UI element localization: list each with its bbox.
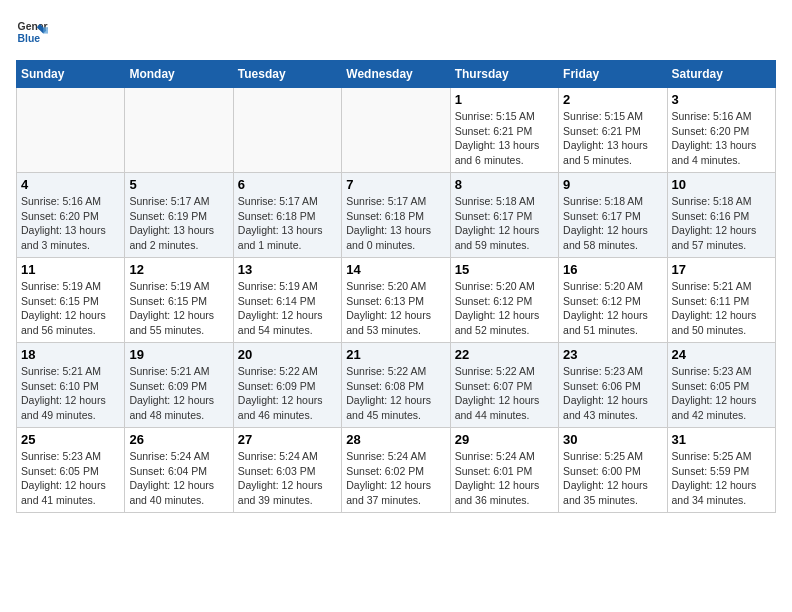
day-number: 3 — [672, 92, 771, 107]
calendar-cell — [125, 88, 233, 173]
calendar-cell: 17Sunrise: 5:21 AM Sunset: 6:11 PM Dayli… — [667, 258, 775, 343]
day-info: Sunrise: 5:21 AM Sunset: 6:09 PM Dayligh… — [129, 364, 228, 423]
day-info: Sunrise: 5:24 AM Sunset: 6:02 PM Dayligh… — [346, 449, 445, 508]
day-number: 6 — [238, 177, 337, 192]
day-number: 17 — [672, 262, 771, 277]
calendar-cell: 20Sunrise: 5:22 AM Sunset: 6:09 PM Dayli… — [233, 343, 341, 428]
day-info: Sunrise: 5:23 AM Sunset: 6:06 PM Dayligh… — [563, 364, 662, 423]
weekday-header-row: SundayMondayTuesdayWednesdayThursdayFrid… — [17, 61, 776, 88]
weekday-header-monday: Monday — [125, 61, 233, 88]
calendar-cell: 26Sunrise: 5:24 AM Sunset: 6:04 PM Dayli… — [125, 428, 233, 513]
calendar-cell: 19Sunrise: 5:21 AM Sunset: 6:09 PM Dayli… — [125, 343, 233, 428]
calendar-cell — [342, 88, 450, 173]
calendar-cell: 30Sunrise: 5:25 AM Sunset: 6:00 PM Dayli… — [559, 428, 667, 513]
calendar-cell: 28Sunrise: 5:24 AM Sunset: 6:02 PM Dayli… — [342, 428, 450, 513]
calendar-cell: 10Sunrise: 5:18 AM Sunset: 6:16 PM Dayli… — [667, 173, 775, 258]
day-info: Sunrise: 5:24 AM Sunset: 6:03 PM Dayligh… — [238, 449, 337, 508]
calendar-week-5: 25Sunrise: 5:23 AM Sunset: 6:05 PM Dayli… — [17, 428, 776, 513]
day-info: Sunrise: 5:17 AM Sunset: 6:18 PM Dayligh… — [238, 194, 337, 253]
calendar-cell: 27Sunrise: 5:24 AM Sunset: 6:03 PM Dayli… — [233, 428, 341, 513]
day-info: Sunrise: 5:24 AM Sunset: 6:04 PM Dayligh… — [129, 449, 228, 508]
calendar-cell: 16Sunrise: 5:20 AM Sunset: 6:12 PM Dayli… — [559, 258, 667, 343]
day-number: 19 — [129, 347, 228, 362]
calendar-cell: 4Sunrise: 5:16 AM Sunset: 6:20 PM Daylig… — [17, 173, 125, 258]
day-number: 15 — [455, 262, 554, 277]
day-number: 4 — [21, 177, 120, 192]
day-number: 27 — [238, 432, 337, 447]
calendar-cell: 15Sunrise: 5:20 AM Sunset: 6:12 PM Dayli… — [450, 258, 558, 343]
weekday-header-sunday: Sunday — [17, 61, 125, 88]
calendar-cell: 6Sunrise: 5:17 AM Sunset: 6:18 PM Daylig… — [233, 173, 341, 258]
calendar-cell: 13Sunrise: 5:19 AM Sunset: 6:14 PM Dayli… — [233, 258, 341, 343]
day-number: 31 — [672, 432, 771, 447]
calendar-cell: 5Sunrise: 5:17 AM Sunset: 6:19 PM Daylig… — [125, 173, 233, 258]
day-number: 9 — [563, 177, 662, 192]
day-info: Sunrise: 5:21 AM Sunset: 6:10 PM Dayligh… — [21, 364, 120, 423]
day-number: 8 — [455, 177, 554, 192]
page-header: General Blue — [16, 16, 776, 48]
calendar-cell: 21Sunrise: 5:22 AM Sunset: 6:08 PM Dayli… — [342, 343, 450, 428]
day-number: 20 — [238, 347, 337, 362]
calendar-week-4: 18Sunrise: 5:21 AM Sunset: 6:10 PM Dayli… — [17, 343, 776, 428]
day-info: Sunrise: 5:15 AM Sunset: 6:21 PM Dayligh… — [455, 109, 554, 168]
day-info: Sunrise: 5:17 AM Sunset: 6:19 PM Dayligh… — [129, 194, 228, 253]
day-number: 7 — [346, 177, 445, 192]
day-number: 14 — [346, 262, 445, 277]
day-number: 23 — [563, 347, 662, 362]
day-number: 12 — [129, 262, 228, 277]
calendar-cell: 2Sunrise: 5:15 AM Sunset: 6:21 PM Daylig… — [559, 88, 667, 173]
day-info: Sunrise: 5:22 AM Sunset: 6:08 PM Dayligh… — [346, 364, 445, 423]
weekday-header-friday: Friday — [559, 61, 667, 88]
day-number: 10 — [672, 177, 771, 192]
calendar-cell: 18Sunrise: 5:21 AM Sunset: 6:10 PM Dayli… — [17, 343, 125, 428]
calendar-table: SundayMondayTuesdayWednesdayThursdayFrid… — [16, 60, 776, 513]
weekday-header-saturday: Saturday — [667, 61, 775, 88]
calendar-cell — [233, 88, 341, 173]
day-info: Sunrise: 5:17 AM Sunset: 6:18 PM Dayligh… — [346, 194, 445, 253]
calendar-week-2: 4Sunrise: 5:16 AM Sunset: 6:20 PM Daylig… — [17, 173, 776, 258]
calendar-cell: 24Sunrise: 5:23 AM Sunset: 6:05 PM Dayli… — [667, 343, 775, 428]
day-info: Sunrise: 5:20 AM Sunset: 6:12 PM Dayligh… — [455, 279, 554, 338]
calendar-cell: 31Sunrise: 5:25 AM Sunset: 5:59 PM Dayli… — [667, 428, 775, 513]
weekday-header-tuesday: Tuesday — [233, 61, 341, 88]
calendar-week-1: 1Sunrise: 5:15 AM Sunset: 6:21 PM Daylig… — [17, 88, 776, 173]
day-number: 21 — [346, 347, 445, 362]
day-info: Sunrise: 5:23 AM Sunset: 6:05 PM Dayligh… — [672, 364, 771, 423]
day-info: Sunrise: 5:22 AM Sunset: 6:07 PM Dayligh… — [455, 364, 554, 423]
calendar-cell: 3Sunrise: 5:16 AM Sunset: 6:20 PM Daylig… — [667, 88, 775, 173]
calendar-cell: 29Sunrise: 5:24 AM Sunset: 6:01 PM Dayli… — [450, 428, 558, 513]
calendar-cell: 12Sunrise: 5:19 AM Sunset: 6:15 PM Dayli… — [125, 258, 233, 343]
day-info: Sunrise: 5:16 AM Sunset: 6:20 PM Dayligh… — [21, 194, 120, 253]
calendar-cell: 25Sunrise: 5:23 AM Sunset: 6:05 PM Dayli… — [17, 428, 125, 513]
day-number: 13 — [238, 262, 337, 277]
day-info: Sunrise: 5:20 AM Sunset: 6:12 PM Dayligh… — [563, 279, 662, 338]
day-number: 29 — [455, 432, 554, 447]
day-number: 16 — [563, 262, 662, 277]
calendar-body: 1Sunrise: 5:15 AM Sunset: 6:21 PM Daylig… — [17, 88, 776, 513]
logo-icon: General Blue — [16, 16, 48, 48]
calendar-cell: 1Sunrise: 5:15 AM Sunset: 6:21 PM Daylig… — [450, 88, 558, 173]
day-number: 28 — [346, 432, 445, 447]
day-number: 1 — [455, 92, 554, 107]
day-info: Sunrise: 5:25 AM Sunset: 6:00 PM Dayligh… — [563, 449, 662, 508]
svg-marker-3 — [43, 27, 48, 33]
calendar-cell: 14Sunrise: 5:20 AM Sunset: 6:13 PM Dayli… — [342, 258, 450, 343]
day-number: 26 — [129, 432, 228, 447]
day-info: Sunrise: 5:22 AM Sunset: 6:09 PM Dayligh… — [238, 364, 337, 423]
day-number: 5 — [129, 177, 228, 192]
day-number: 18 — [21, 347, 120, 362]
day-number: 22 — [455, 347, 554, 362]
day-info: Sunrise: 5:25 AM Sunset: 5:59 PM Dayligh… — [672, 449, 771, 508]
calendar-cell: 9Sunrise: 5:18 AM Sunset: 6:17 PM Daylig… — [559, 173, 667, 258]
day-info: Sunrise: 5:23 AM Sunset: 6:05 PM Dayligh… — [21, 449, 120, 508]
day-info: Sunrise: 5:16 AM Sunset: 6:20 PM Dayligh… — [672, 109, 771, 168]
weekday-header-thursday: Thursday — [450, 61, 558, 88]
day-info: Sunrise: 5:20 AM Sunset: 6:13 PM Dayligh… — [346, 279, 445, 338]
calendar-cell: 8Sunrise: 5:18 AM Sunset: 6:17 PM Daylig… — [450, 173, 558, 258]
calendar-cell: 22Sunrise: 5:22 AM Sunset: 6:07 PM Dayli… — [450, 343, 558, 428]
day-info: Sunrise: 5:18 AM Sunset: 6:16 PM Dayligh… — [672, 194, 771, 253]
day-number: 2 — [563, 92, 662, 107]
day-info: Sunrise: 5:15 AM Sunset: 6:21 PM Dayligh… — [563, 109, 662, 168]
day-info: Sunrise: 5:19 AM Sunset: 6:14 PM Dayligh… — [238, 279, 337, 338]
calendar-cell: 7Sunrise: 5:17 AM Sunset: 6:18 PM Daylig… — [342, 173, 450, 258]
